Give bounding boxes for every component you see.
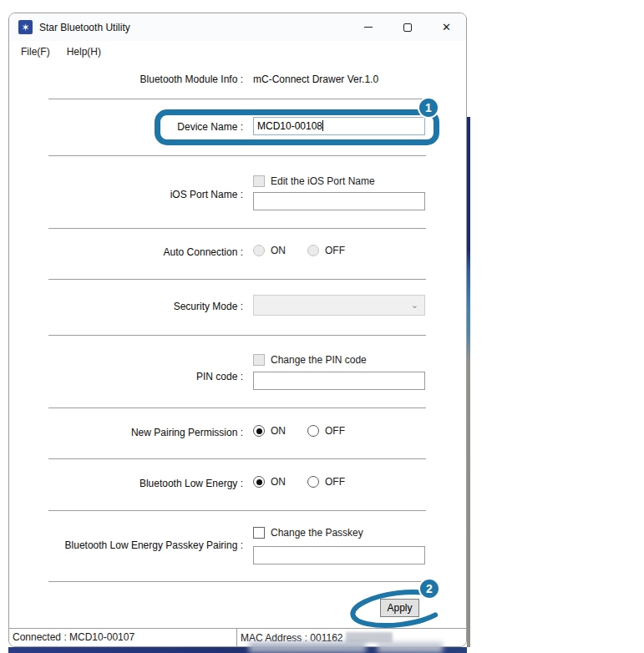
new-pairing-off-radio[interactable]: [307, 425, 319, 437]
minimize-button[interactable]: [348, 13, 388, 41]
device-name-value: MCD10-00108: [257, 120, 322, 132]
divider: [48, 228, 426, 229]
change-passkey-checkbox[interactable]: [253, 527, 265, 539]
chevron-down-icon: ⌄: [411, 301, 418, 310]
ble-off-radio[interactable]: [307, 476, 319, 488]
close-button[interactable]: ✕: [427, 13, 466, 41]
title-bar: ✶ Star Bluetooth Utility ✕: [9, 13, 466, 41]
divider: [48, 581, 426, 582]
window-controls: ✕: [348, 13, 466, 41]
form-content: Bluetooth Module Info : mC-Connect Drawe…: [9, 62, 466, 628]
minimize-icon: [364, 27, 373, 28]
ble-label: Bluetooth Low Energy :: [9, 478, 243, 489]
desktop-edge-sliver: [467, 117, 470, 647]
change-pin-checkbox-label: Change the PIN code: [271, 354, 367, 366]
new-pairing-on-radio[interactable]: [253, 425, 265, 437]
divider: [48, 155, 426, 156]
divider: [48, 407, 426, 408]
divider: [48, 99, 426, 99]
ios-port-checkbox-row: Edit the iOS Port Name: [253, 175, 375, 187]
status-connected: Connected : MCD10-00107: [9, 629, 237, 646]
ios-port-name-label: iOS Port Name :: [9, 189, 243, 200]
new-pairing-radio-row: ON OFF: [253, 425, 367, 437]
device-name-label: Device Name :: [9, 121, 243, 133]
close-icon: ✕: [442, 22, 451, 33]
radio-selected-dot: [256, 428, 262, 434]
edit-ios-port-checkbox-label: Edit the iOS Port Name: [271, 175, 375, 187]
new-pairing-off-label: OFF: [325, 425, 345, 437]
auto-connection-label: Auto Connection :: [9, 246, 243, 258]
text-caret: [322, 120, 323, 131]
change-pin-checkbox[interactable]: [253, 354, 265, 366]
passkey-input[interactable]: [253, 546, 425, 564]
auto-connection-off-radio[interactable]: [307, 245, 319, 256]
divider: [48, 279, 426, 280]
pin-code-checkbox-row: Change the PIN code: [253, 354, 367, 366]
ble-off-label: OFF: [325, 476, 345, 488]
auto-connection-on-label: ON: [271, 245, 286, 256]
auto-connection-on-radio[interactable]: [253, 245, 265, 256]
ios-port-name-input[interactable]: [253, 192, 425, 210]
maximize-button[interactable]: [388, 13, 427, 41]
new-pairing-on-label: ON: [271, 425, 286, 437]
annotation-step-badge-1: 1: [418, 97, 439, 119]
pin-code-label: PIN code :: [9, 371, 243, 382]
security-mode-select[interactable]: ⌄: [253, 295, 425, 316]
apply-button[interactable]: Apply: [380, 599, 419, 617]
auto-connection-off-label: OFF: [325, 245, 345, 256]
auto-connection-radio-row: ON OFF: [253, 245, 367, 256]
divider: [48, 458, 426, 459]
passkey-checkbox-row: Change the Passkey: [253, 527, 363, 539]
window-title: Star Bluetooth Utility: [39, 22, 130, 33]
ble-radio-row: ON OFF: [253, 476, 367, 488]
passkey-pairing-label: Bluetooth Low Energy Passkey Pairing :: [9, 539, 243, 551]
menu-bar: File(F) Help(H): [9, 41, 466, 62]
security-mode-label: Security Mode :: [9, 301, 243, 312]
divider: [48, 335, 426, 336]
menu-help[interactable]: Help(H): [58, 43, 109, 61]
maximize-icon: [403, 23, 412, 32]
star-bluetooth-utility-window: ✶ Star Bluetooth Utility ✕ File(F) Help(…: [8, 13, 467, 647]
new-pairing-label: New Pairing Permission :: [9, 427, 243, 438]
device-name-input[interactable]: MCD10-00108: [253, 117, 425, 135]
app-icon: ✶: [18, 20, 33, 34]
pin-code-input[interactable]: [253, 372, 425, 390]
annotation-step-badge-2: 2: [418, 578, 440, 600]
change-passkey-checkbox-label: Change the Passkey: [271, 527, 363, 539]
divider: [48, 510, 426, 511]
bottom-blurred-content: [249, 642, 366, 653]
module-info-value: mC-Connect Drawer Ver.1.0: [253, 73, 378, 85]
ble-on-label: ON: [271, 476, 286, 488]
ble-on-radio[interactable]: [253, 476, 265, 488]
edit-ios-port-checkbox[interactable]: [253, 175, 265, 187]
radio-selected-dot: [256, 479, 262, 485]
bottom-blurred-content: [378, 642, 443, 653]
module-info-label: Bluetooth Module Info :: [9, 73, 243, 85]
menu-file[interactable]: File(F): [13, 43, 58, 61]
